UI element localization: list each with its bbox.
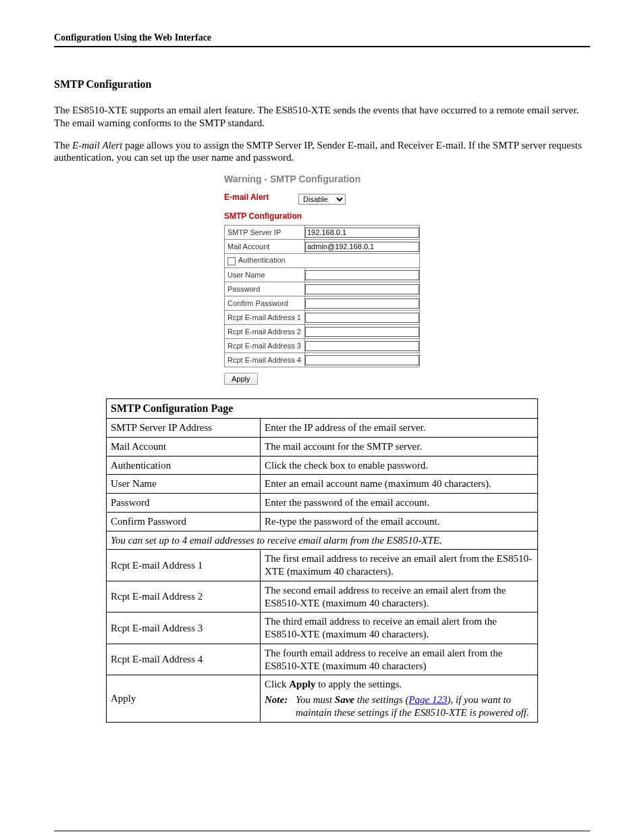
desc-field: User Name [107, 475, 261, 494]
lbl-rcpt3: Rcpt E-mail Address 3 [225, 339, 305, 353]
lbl-confirm-password: Confirm Password [225, 296, 305, 311]
apply-note-mid: the settings ( [354, 694, 408, 705]
apply-note-label: Note: [265, 694, 288, 705]
row-rcpt2: Rcpt E-mail Address 2 [225, 325, 420, 339]
smtp-fields-table: SMTP Server IP Mail Account Authenticati… [224, 225, 420, 367]
running-header: Configuration Using the Web Interface [54, 32, 590, 47]
input-confirm-password[interactable] [305, 298, 419, 309]
desc-row: Mail AccountThe mail account for the SMT… [107, 437, 538, 456]
para2-emph: E-mail Alert [72, 140, 122, 151]
apply-line1-post: to apply the settings. [315, 679, 402, 689]
row-rcpt1: Rcpt E-mail Address 1 [225, 311, 420, 325]
input-password[interactable] [305, 284, 419, 294]
lbl-password: Password [225, 282, 305, 296]
desc-field: Rcpt E-mail Address 4 [107, 644, 261, 675]
desc-row: SMTP Server IP AddressEnter the IP addre… [107, 419, 538, 438]
row-smtp-server-ip: SMTP Server IP [225, 226, 420, 240]
row-password: Password [225, 282, 420, 296]
section-title: SMTP Configuration [54, 78, 590, 90]
desc-text: The second email address to receive an e… [261, 581, 538, 613]
desc-text: The third email address to receive an em… [261, 613, 538, 644]
desc-span-note: You can set up to 4 email addresses to r… [107, 531, 538, 550]
desc-text: Enter an email account name (maximum 40 … [261, 475, 538, 494]
desc-text: Enter the password of the email account. [261, 494, 538, 513]
input-rcpt1[interactable] [305, 313, 419, 323]
desc-field: Mail Account [107, 437, 261, 456]
desc-row: PasswordEnter the password of the email … [107, 494, 538, 513]
desc-field: Authentication [107, 456, 261, 475]
apply-note: Note: You must Save the settings (Page 1… [265, 694, 533, 719]
lbl-smtp-server-ip: SMTP Server IP [225, 226, 305, 240]
shot-page-title: Warning - SMTP Configuration [224, 174, 420, 184]
desc-text: The fourth email address to receive an e… [261, 644, 538, 675]
desc-text: Enter the IP address of the email server… [261, 419, 538, 438]
row-rcpt4: Rcpt E-mail Address 4 [225, 353, 420, 367]
desc-field-apply: Apply [107, 675, 261, 722]
apply-button[interactable]: Apply [224, 373, 258, 385]
input-user-name[interactable] [305, 270, 419, 280]
row-mail-account: Mail Account [225, 240, 420, 254]
apply-line1: Click Apply to apply the settings. [265, 678, 533, 691]
para2-pre: The [54, 140, 72, 151]
row-authentication: Authentication [225, 254, 420, 268]
field-description-table: SMTP Configuration Page SMTP Server IP A… [106, 398, 538, 723]
desc-field: Confirm Password [107, 512, 261, 531]
apply-line1-pre: Click [265, 679, 289, 689]
desc-row: Confirm PasswordRe-type the password of … [107, 512, 538, 531]
email-alert-label: E-mail Alert [224, 192, 298, 202]
authentication-checkbox[interactable] [227, 257, 236, 265]
lbl-authentication: Authentication [238, 256, 286, 264]
desc-span-note-text: You can set up to 4 email addresses to r… [107, 531, 538, 550]
desc-field: Rcpt E-mail Address 1 [107, 550, 261, 581]
desc-field: SMTP Server IP Address [107, 419, 261, 438]
desc-field: Rcpt E-mail Address 2 [107, 581, 261, 613]
apply-note-body: You must Save the settings (Page 123), i… [296, 694, 533, 719]
intro-para-1: The ES8510-XTE supports an email alert f… [54, 104, 590, 130]
desc-field: Rcpt E-mail Address 3 [107, 613, 261, 644]
footer-rule [54, 831, 590, 831]
lbl-rcpt2: Rcpt E-mail Address 2 [225, 325, 305, 339]
input-rcpt4[interactable] [305, 355, 419, 365]
lbl-rcpt1: Rcpt E-mail Address 1 [225, 311, 305, 325]
row-confirm-password: Confirm Password [225, 296, 420, 311]
smtp-config-screenshot: Warning - SMTP Configuration E-mail Aler… [224, 174, 420, 385]
row-rcpt3: Rcpt E-mail Address 3 [225, 339, 420, 353]
email-alert-select[interactable]: Disable [298, 194, 346, 205]
row-user-name: User Name [225, 268, 420, 282]
input-rcpt3[interactable] [305, 341, 419, 351]
desc-row: Rcpt E-mail Address 3The third email add… [107, 613, 538, 644]
desc-text: The first email address to receive an em… [261, 550, 538, 581]
intro-para-2: The E-mail Alert page allows you to assi… [54, 139, 590, 165]
desc-title: SMTP Configuration Page [107, 399, 538, 419]
desc-apply-cell: Click Apply to apply the settings. Note:… [261, 675, 538, 722]
desc-row: Rcpt E-mail Address 2The second email ad… [107, 581, 538, 613]
lbl-mail-account: Mail Account [225, 240, 305, 254]
input-mail-account[interactable] [305, 242, 419, 252]
smtp-conf-heading: SMTP Configuration [224, 211, 420, 221]
desc-row: User NameEnter an email account name (ma… [107, 475, 538, 494]
input-smtp-server-ip[interactable] [305, 228, 419, 238]
page-link[interactable]: Page 123 [408, 694, 447, 705]
apply-note-bold: Save [335, 694, 354, 705]
apply-line1-bold: Apply [289, 679, 315, 689]
desc-row: AuthenticationClick the check box to ena… [107, 456, 538, 475]
desc-row: Rcpt E-mail Address 4The fourth email ad… [107, 644, 538, 675]
desc-row-apply: Apply Click Apply to apply the settings.… [107, 675, 538, 722]
desc-text: The mail account for the SMTP server. [261, 437, 538, 456]
desc-field: Password [107, 494, 261, 513]
apply-note-pre: You must [296, 694, 335, 705]
desc-text: Re-type the password of the email accoun… [261, 512, 538, 531]
lbl-user-name: User Name [225, 268, 305, 282]
para2-post: page allows you to assign the SMTP Serve… [54, 140, 582, 163]
desc-row: Rcpt E-mail Address 1The first email add… [107, 550, 538, 581]
input-rcpt2[interactable] [305, 327, 419, 337]
lbl-rcpt4: Rcpt E-mail Address 4 [225, 353, 305, 367]
desc-text: Click the check box to enable password. [261, 456, 538, 475]
